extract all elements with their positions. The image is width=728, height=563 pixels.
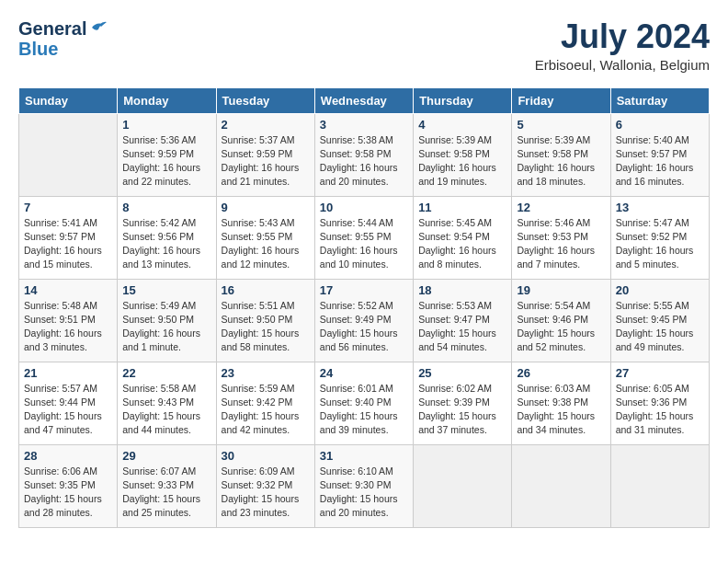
day-info: Sunrise: 6:05 AM Sunset: 9:36 PM Dayligh…	[616, 383, 694, 436]
day-info: Sunrise: 5:53 AM Sunset: 9:47 PM Dayligh…	[418, 300, 496, 353]
day-number: 5	[517, 118, 605, 132]
day-cell: 26Sunrise: 6:03 AM Sunset: 9:38 PM Dayli…	[512, 362, 610, 444]
day-info: Sunrise: 5:45 AM Sunset: 9:54 PM Dayligh…	[418, 217, 496, 270]
logo-general-text: General	[18, 18, 86, 40]
title-block: July 2024 Erbisoeul, Wallonia, Belgium	[535, 18, 710, 73]
month-year-title: July 2024	[535, 18, 710, 55]
day-info: Sunrise: 6:10 AM Sunset: 9:30 PM Dayligh…	[320, 465, 398, 519]
day-cell: 12Sunrise: 5:46 AM Sunset: 9:53 PM Dayli…	[512, 196, 610, 279]
day-number: 11	[418, 201, 506, 214]
day-cell: 24Sunrise: 6:01 AM Sunset: 9:40 PM Dayli…	[314, 362, 413, 444]
day-info: Sunrise: 5:48 AM Sunset: 9:51 PM Dayligh…	[24, 300, 102, 353]
day-info: Sunrise: 6:01 AM Sunset: 9:40 PM Dayligh…	[320, 383, 398, 436]
day-cell: 1Sunrise: 5:36 AM Sunset: 9:59 PM Daylig…	[118, 113, 216, 196]
day-cell: 5Sunrise: 5:39 AM Sunset: 9:58 PM Daylig…	[512, 113, 610, 196]
day-info: Sunrise: 5:59 AM Sunset: 9:42 PM Dayligh…	[222, 383, 300, 436]
day-number: 30	[222, 449, 310, 463]
day-cell: 3Sunrise: 5:38 AM Sunset: 9:58 PM Daylig…	[314, 113, 413, 196]
day-cell: 6Sunrise: 5:40 AM Sunset: 9:57 PM Daylig…	[610, 113, 709, 196]
day-number: 9	[222, 201, 310, 214]
week-row-4: 21Sunrise: 5:57 AM Sunset: 9:44 PM Dayli…	[19, 362, 710, 444]
day-number: 31	[320, 449, 408, 463]
day-cell: 9Sunrise: 5:43 AM Sunset: 9:55 PM Daylig…	[216, 196, 314, 279]
day-cell: 17Sunrise: 5:52 AM Sunset: 9:49 PM Dayli…	[314, 279, 413, 362]
day-info: Sunrise: 6:02 AM Sunset: 9:39 PM Dayligh…	[418, 383, 496, 436]
day-number: 25	[418, 366, 506, 380]
day-cell: 20Sunrise: 5:55 AM Sunset: 9:45 PM Dayli…	[610, 279, 709, 362]
day-cell: 11Sunrise: 5:45 AM Sunset: 9:54 PM Dayli…	[414, 196, 512, 279]
day-info: Sunrise: 5:44 AM Sunset: 9:55 PM Dayligh…	[320, 217, 398, 270]
day-number: 19	[517, 283, 605, 297]
day-info: Sunrise: 5:39 AM Sunset: 9:58 PM Dayligh…	[517, 134, 595, 188]
page-header: General Blue July 2024 Erbisoeul, Wallon…	[18, 18, 710, 73]
day-info: Sunrise: 5:57 AM Sunset: 9:44 PM Dayligh…	[24, 383, 102, 436]
day-number: 14	[24, 283, 112, 297]
day-info: Sunrise: 6:03 AM Sunset: 9:38 PM Dayligh…	[517, 383, 595, 436]
day-number: 7	[24, 201, 112, 214]
col-header-thursday: Thursday	[414, 87, 512, 113]
day-info: Sunrise: 6:06 AM Sunset: 9:35 PM Dayligh…	[24, 465, 102, 519]
day-cell: 16Sunrise: 5:51 AM Sunset: 9:50 PM Dayli…	[216, 279, 314, 362]
col-header-saturday: Saturday	[610, 87, 709, 113]
day-info: Sunrise: 5:58 AM Sunset: 9:43 PM Dayligh…	[122, 383, 200, 436]
day-cell	[512, 444, 610, 527]
day-cell: 19Sunrise: 5:54 AM Sunset: 9:46 PM Dayli…	[512, 279, 610, 362]
location-subtitle: Erbisoeul, Wallonia, Belgium	[535, 57, 710, 73]
day-info: Sunrise: 5:36 AM Sunset: 9:59 PM Dayligh…	[122, 134, 200, 188]
day-cell: 2Sunrise: 5:37 AM Sunset: 9:59 PM Daylig…	[216, 113, 314, 196]
day-cell	[610, 444, 709, 527]
day-number: 6	[616, 118, 704, 132]
day-info: Sunrise: 5:41 AM Sunset: 9:57 PM Dayligh…	[24, 217, 102, 270]
day-cell: 27Sunrise: 6:05 AM Sunset: 9:36 PM Dayli…	[610, 362, 709, 444]
day-number: 15	[122, 283, 210, 297]
day-cell: 13Sunrise: 5:47 AM Sunset: 9:52 PM Dayli…	[610, 196, 709, 279]
logo-bird-icon	[90, 20, 107, 35]
day-number: 2	[222, 118, 310, 132]
col-header-sunday: Sunday	[19, 87, 118, 113]
day-number: 18	[418, 283, 506, 297]
day-cell: 21Sunrise: 5:57 AM Sunset: 9:44 PM Dayli…	[19, 362, 118, 444]
day-info: Sunrise: 5:54 AM Sunset: 9:46 PM Dayligh…	[517, 300, 595, 353]
day-info: Sunrise: 5:38 AM Sunset: 9:58 PM Dayligh…	[320, 134, 398, 188]
day-number: 28	[24, 449, 112, 463]
day-cell: 25Sunrise: 6:02 AM Sunset: 9:39 PM Dayli…	[414, 362, 512, 444]
day-number: 29	[122, 449, 210, 463]
day-info: Sunrise: 5:43 AM Sunset: 9:55 PM Dayligh…	[222, 217, 300, 270]
day-info: Sunrise: 5:40 AM Sunset: 9:57 PM Dayligh…	[616, 134, 694, 188]
day-number: 12	[517, 201, 605, 214]
day-cell: 23Sunrise: 5:59 AM Sunset: 9:42 PM Dayli…	[216, 362, 314, 444]
col-header-monday: Monday	[118, 87, 216, 113]
day-number: 10	[320, 201, 408, 214]
day-number: 8	[122, 201, 210, 214]
day-number: 22	[122, 366, 210, 380]
day-info: Sunrise: 5:46 AM Sunset: 9:53 PM Dayligh…	[517, 217, 595, 270]
day-number: 16	[222, 283, 310, 297]
calendar-table: SundayMondayTuesdayWednesdayThursdayFrid…	[18, 87, 710, 528]
day-cell: 28Sunrise: 6:06 AM Sunset: 9:35 PM Dayli…	[19, 444, 118, 527]
day-info: Sunrise: 6:07 AM Sunset: 9:33 PM Dayligh…	[122, 465, 200, 519]
day-info: Sunrise: 5:55 AM Sunset: 9:45 PM Dayligh…	[616, 300, 694, 353]
week-row-2: 7Sunrise: 5:41 AM Sunset: 9:57 PM Daylig…	[19, 196, 710, 279]
day-number: 27	[616, 366, 704, 380]
col-header-friday: Friday	[512, 87, 610, 113]
day-cell: 22Sunrise: 5:58 AM Sunset: 9:43 PM Dayli…	[118, 362, 216, 444]
day-cell: 31Sunrise: 6:10 AM Sunset: 9:30 PM Dayli…	[314, 444, 413, 527]
day-number: 26	[517, 366, 605, 380]
col-header-tuesday: Tuesday	[216, 87, 314, 113]
day-cell: 29Sunrise: 6:07 AM Sunset: 9:33 PM Dayli…	[118, 444, 216, 527]
day-cell: 15Sunrise: 5:49 AM Sunset: 9:50 PM Dayli…	[118, 279, 216, 362]
day-number: 1	[122, 118, 210, 132]
day-number: 21	[24, 366, 112, 380]
day-cell: 14Sunrise: 5:48 AM Sunset: 9:51 PM Dayli…	[19, 279, 118, 362]
day-cell: 10Sunrise: 5:44 AM Sunset: 9:55 PM Dayli…	[314, 196, 413, 279]
day-info: Sunrise: 5:37 AM Sunset: 9:59 PM Dayligh…	[222, 134, 300, 188]
week-row-1: 1Sunrise: 5:36 AM Sunset: 9:59 PM Daylig…	[19, 113, 710, 196]
day-number: 17	[320, 283, 408, 297]
day-number: 13	[616, 201, 704, 214]
week-row-3: 14Sunrise: 5:48 AM Sunset: 9:51 PM Dayli…	[19, 279, 710, 362]
logo: General Blue	[18, 18, 107, 58]
day-number: 4	[418, 118, 506, 132]
week-row-5: 28Sunrise: 6:06 AM Sunset: 9:35 PM Dayli…	[19, 444, 710, 527]
day-info: Sunrise: 5:47 AM Sunset: 9:52 PM Dayligh…	[616, 217, 694, 270]
day-cell: 18Sunrise: 5:53 AM Sunset: 9:47 PM Dayli…	[414, 279, 512, 362]
